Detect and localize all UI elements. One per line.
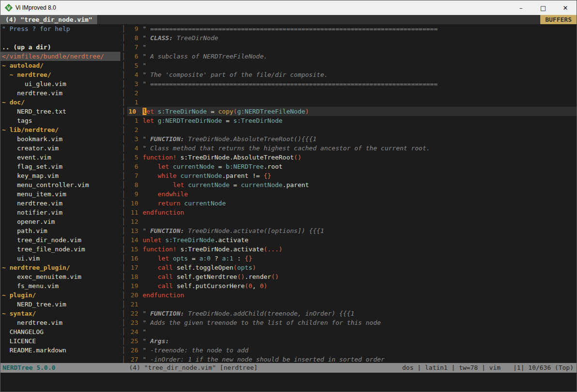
line-number: 26 <box>127 346 143 355</box>
code-line[interactable]: 24" <box>127 327 577 336</box>
code-line[interactable]: 6" A subclass of NERDTreeFileNode. <box>127 52 577 61</box>
nerdtree-panel: " Press ? for help.. (up a dir)</vimfile… <box>0 24 120 363</box>
code-line[interactable]: 22" FUNCTION: TreeDirNode.addChild(treen… <box>127 309 577 318</box>
tree-file-item[interactable]: flag_set.vim <box>0 162 120 171</box>
tree-file-item[interactable]: event.vim <box>0 153 120 162</box>
line-number: 5 <box>127 61 143 70</box>
tree-file-item[interactable]: NERD_tree.vim <box>0 300 120 309</box>
tree-dir-item[interactable]: ~ nerdtree_plugin/ <box>0 263 120 272</box>
buffers-tab[interactable]: BUFFERS <box>540 15 577 24</box>
code-line[interactable]: 19 call self.putCursorHere(0, 0) <box>127 281 577 290</box>
code-line[interactable]: 2 <box>127 88 577 98</box>
tree-file-item[interactable]: menu_item.vim <box>0 189 120 199</box>
code-line[interactable]: 5" <box>127 61 577 70</box>
code-line[interactable]: 10 return currentNode <box>127 199 577 208</box>
tree-dir-item[interactable]: ~ syntax/ <box>0 309 120 318</box>
code-line[interactable]: 11endfunction <box>127 208 577 217</box>
code-line[interactable]: 17 call self.toggleOpen(opts) <box>127 263 577 272</box>
separator-glyph: │ <box>120 125 127 134</box>
line-number: 4 <box>127 70 143 79</box>
code-line[interactable]: 25" Args: <box>127 336 577 346</box>
tree-file-item[interactable]: path.vim <box>0 226 120 235</box>
tree-root-line[interactable]: </vimfiles/bundle/nerdtree/ <box>0 52 120 61</box>
code-line[interactable]: 1 <box>127 98 577 107</box>
tree-file-item[interactable]: nerdtree.vim <box>0 199 120 208</box>
line-number: 5 <box>127 153 143 162</box>
tree-file-item[interactable]: opener.vim <box>0 217 120 226</box>
code-line[interactable]: 26" -treenode: the node to add <box>127 346 577 355</box>
code-line[interactable]: 12 <box>127 217 577 226</box>
code-line[interactable]: 9" =====================================… <box>127 24 577 33</box>
separator-glyph: │ <box>120 134 127 144</box>
code-line[interactable]: 2 <box>127 125 577 134</box>
tree-file-item[interactable]: README.markdown <box>0 346 120 355</box>
tree-file-item[interactable]: NERD_tree.txt <box>0 107 120 116</box>
maximize-button[interactable]: □ <box>532 0 554 15</box>
code-line[interactable]: 4" The 'composite' part of the file/dir … <box>127 70 577 79</box>
tree-file-item[interactable]: nerdtree.vim <box>0 318 120 327</box>
tree-help-line[interactable]: " Press ? for help <box>0 24 120 33</box>
code-text: endwhile <box>143 189 188 199</box>
code-text: " -treenode: the node to add <box>143 346 248 355</box>
line-number: 21 <box>127 300 143 309</box>
code-line[interactable]: 9 endwhile <box>127 189 577 199</box>
code-line[interactable]: 10let s:TreeDirNode = copy(g:NERDTreeFil… <box>127 107 577 116</box>
close-button[interactable]: ✕ <box>554 0 577 15</box>
code-line[interactable]: 8" CLASS: TreeDirNode <box>127 33 577 43</box>
cursor-position: 10/636 (Top) <box>524 363 574 373</box>
code-line[interactable]: 21 <box>127 300 577 309</box>
window-separator[interactable]: │││││││││││││││││││││││││││││││││││││ <box>120 24 127 363</box>
tree-file-item[interactable]: nerdtree.vim <box>0 88 120 98</box>
tree-dir-item[interactable]: ~ plugin/ <box>0 290 120 300</box>
code-line[interactable]: 16 let opts = a:0 ? a:1 : {} <box>127 254 577 263</box>
tree-file-item[interactable]: creator.vim <box>0 144 120 153</box>
tree-file-item[interactable]: tags <box>0 116 120 125</box>
tree-file-item[interactable]: exec_menuitem.vim <box>0 272 120 281</box>
tree-file-item[interactable]: menu_controller.vim <box>0 180 120 189</box>
separator-glyph: │ <box>120 245 127 254</box>
tree-dir-item[interactable]: ~ autoload/ <box>0 61 120 70</box>
code-line[interactable]: 20endfunction <box>127 290 577 300</box>
tree-file-item[interactable]: bookmark.vim <box>0 134 120 144</box>
code-line[interactable]: 1let g:NERDTreeDirNode = s:TreeDirNode <box>127 116 577 125</box>
tree-file-item[interactable]: ui_glue.vim <box>0 79 120 88</box>
code-line[interactable]: 6 let currentNode = b:NERDTree.root <box>127 162 577 171</box>
separator-glyph: │ <box>120 217 127 226</box>
tree-up-line[interactable]: .. (up a dir) <box>0 43 120 52</box>
tree-file-item[interactable]: tree_file_node.vim <box>0 245 120 254</box>
code-line[interactable]: 4" Class method that returns the highest… <box>127 144 577 153</box>
separator-glyph: │ <box>120 281 127 290</box>
line-number: 16 <box>127 254 143 263</box>
separator-glyph: │ <box>120 355 127 363</box>
tree-dir-item[interactable]: ~ lib/nerdtree/ <box>0 125 120 134</box>
tree-file-item[interactable]: fs_menu.vim <box>0 281 120 290</box>
tree-file-item[interactable]: notifier.vim <box>0 208 120 217</box>
code-line[interactable]: 14unlet s:TreeDirNode.activate <box>127 235 577 245</box>
tab-tree-dir-node[interactable]: (4) "tree_dir_node.vim" <box>0 15 97 24</box>
tree-file-item[interactable]: ui.vim <box>0 254 120 263</box>
code-line[interactable]: 3" FUNCTION: TreeDirNode.AbsoluteTreeRoo… <box>127 134 577 144</box>
code-line[interactable]: 13" FUNCTION: TreeDirNode.activate([opti… <box>127 226 577 235</box>
line-number: 25 <box>127 336 143 346</box>
tree-file-item[interactable]: key_map.vim <box>0 171 120 180</box>
code-line[interactable]: 27" -inOrder: 1 if the new node should b… <box>127 355 577 363</box>
line-number: 3 <box>127 79 143 88</box>
code-line[interactable]: 8 let currentNode = currentNode.parent <box>127 180 577 189</box>
tree-dir-item[interactable]: ~ nerdtree/ <box>0 70 120 79</box>
code-text: " -inOrder: 1 if the new node should be … <box>143 355 385 363</box>
tree-file-item[interactable]: CHANGELOG <box>0 327 120 336</box>
command-line[interactable] <box>0 373 577 392</box>
tree-file-item[interactable]: tree_dir_node.vim <box>0 235 120 245</box>
code-line[interactable]: 3" =====================================… <box>127 79 577 88</box>
tree-dir-item[interactable]: ~ doc/ <box>0 98 120 107</box>
code-line[interactable]: 7 while currentNode.parent != {} <box>127 171 577 180</box>
code-line[interactable]: 15function! s:TreeDirNode.activate(...) <box>127 245 577 254</box>
code-line[interactable]: 18 call self.getNerdtree().render() <box>127 272 577 281</box>
separator-glyph: │ <box>120 162 127 171</box>
line-number: 19 <box>127 281 143 290</box>
code-line[interactable]: 5function! s:TreeDirNode.AbsoluteTreeRoo… <box>127 153 577 162</box>
minimize-button[interactable]: – <box>510 0 532 15</box>
code-line[interactable]: 23" Adds the given treenode to the list … <box>127 318 577 327</box>
tree-file-item[interactable]: LICENCE <box>0 336 120 346</box>
code-line[interactable]: 7" <box>127 43 577 52</box>
